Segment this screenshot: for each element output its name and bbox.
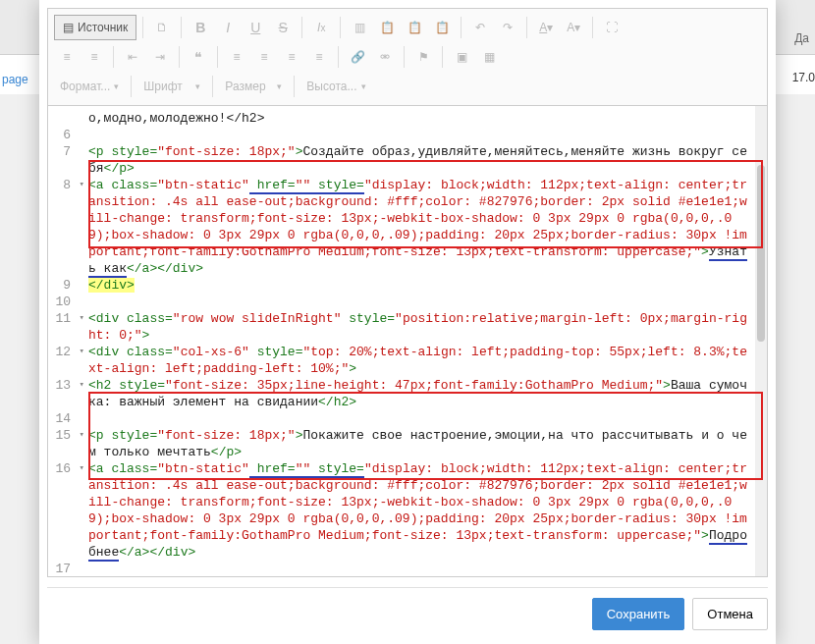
blockquote-icon[interactable]: ❝ — [186, 44, 211, 70]
code-line: 10 — [48, 294, 755, 310]
indent-icon[interactable]: ⇥ — [147, 44, 173, 70]
separator — [212, 76, 213, 97]
separator — [592, 17, 593, 38]
separator — [179, 46, 180, 68]
code-line: 8<a class="btn-static" href="" style="di… — [48, 177, 755, 277]
code-line: 13<h2 style="font-size: 35px;line-height… — [48, 377, 755, 410]
bullet-list-icon[interactable]: ≡ — [82, 44, 107, 70]
editor-modal: ▤ Источник 🗋 B I U S Ix ▥ 📋 📋 📋 ↶ ↷ — [39, 0, 776, 644]
toolbar-row-1: ▤ Источник 🗋 B I U S Ix ▥ 📋 📋 📋 ↶ ↷ — [54, 13, 761, 42]
copy-icon[interactable]: ▥ — [347, 15, 372, 40]
annotation-box — [88, 478, 763, 480]
paste-icon[interactable]: 📋 — [374, 15, 400, 40]
annotation-box — [88, 392, 763, 394]
toolbar-row-2: ≡ ≡ ⇤ ⇥ ❝ ≡ ≡ ≡ ≡ 🔗 ⚮ ⚑ ▣ ▦ — [54, 42, 761, 72]
separator — [526, 17, 527, 38]
code-line: 12<div class="col-xs-6" style="top: 20%;… — [48, 344, 755, 377]
modal-footer: Сохранить Отмена — [47, 587, 768, 630]
code-area[interactable]: о,модно,молодежно!</h2> 6 7<p style="fon… — [48, 110, 755, 572]
remove-format-icon[interactable]: Ix — [308, 15, 334, 40]
separator — [301, 17, 302, 38]
bg-color-icon[interactable]: A▾ — [561, 15, 586, 40]
outdent-icon[interactable]: ⇤ — [120, 44, 145, 70]
annotation-box — [761, 160, 763, 246]
text-color-icon[interactable]: A▾ — [533, 15, 559, 40]
strike-icon[interactable]: S — [270, 15, 296, 40]
toolbar: ▤ Источник 🗋 B I U S Ix ▥ 📋 📋 📋 ↶ ↷ — [47, 8, 768, 106]
code-line: о,модно,молодежно!</h2> — [48, 110, 755, 127]
annotation-box — [88, 160, 90, 246]
height-dropdown[interactable]: Высота... — [300, 74, 371, 99]
underline-icon[interactable]: U — [243, 15, 268, 40]
separator — [142, 17, 143, 38]
unlink-icon[interactable]: ⚮ — [372, 44, 398, 70]
code-line: 15<p style="font-size: 18px;">Покажите с… — [48, 427, 755, 460]
source-label: Источник — [78, 21, 128, 34]
align-right-icon[interactable]: ≡ — [279, 44, 304, 70]
code-line: 9</div> — [48, 277, 755, 294]
separator — [113, 46, 114, 68]
separator — [217, 46, 218, 68]
bold-icon[interactable]: B — [188, 15, 213, 40]
separator — [294, 76, 295, 97]
separator — [181, 17, 182, 38]
bg-date-value: 17.0 — [792, 71, 815, 84]
annotation-box — [761, 392, 763, 478]
toolbar-row-3: Формат... Шрифт Размер Высота... — [54, 72, 761, 101]
format-dropdown[interactable]: Формат... — [54, 74, 125, 99]
annotation-box — [88, 246, 763, 248]
paste-text-icon[interactable]: 📋 — [402, 15, 427, 40]
table-icon[interactable]: ▦ — [476, 44, 502, 70]
code-line: 14 — [48, 410, 755, 427]
code-line: 11<div class="row wow slideInRight" styl… — [48, 310, 755, 344]
code-editor[interactable]: о,модно,молодежно!</h2> 6 7<p style="fon… — [47, 106, 768, 577]
redo-icon[interactable]: ↷ — [495, 15, 520, 40]
code-line: 17 — [48, 561, 755, 572]
code-line: 6 — [48, 127, 755, 143]
bg-date-header: Да — [794, 31, 809, 45]
annotation-box — [88, 392, 90, 478]
separator — [340, 17, 341, 38]
code-line: 16<a class="btn-static" href="" style="d… — [48, 460, 755, 561]
align-center-icon[interactable]: ≡ — [251, 44, 277, 70]
undo-icon[interactable]: ↶ — [467, 15, 493, 40]
separator — [131, 76, 132, 97]
separator — [404, 46, 405, 68]
align-justify-icon[interactable]: ≡ — [306, 44, 332, 70]
separator — [338, 46, 339, 68]
maximize-icon[interactable]: ⛶ — [599, 15, 625, 40]
separator — [442, 46, 443, 68]
new-page-icon[interactable]: 🗋 — [149, 15, 175, 40]
font-dropdown[interactable]: Шрифт — [137, 74, 206, 99]
italic-icon[interactable]: I — [215, 15, 241, 40]
save-button[interactable]: Сохранить — [592, 598, 685, 630]
paste-word-icon[interactable]: 📋 — [429, 15, 455, 40]
cancel-button[interactable]: Отмена — [692, 598, 768, 630]
anchor-icon[interactable]: ⚑ — [410, 44, 436, 70]
bg-link[interactable]: page — [2, 73, 28, 86]
annotation-box — [88, 160, 763, 162]
numbered-list-icon[interactable]: ≡ — [54, 44, 80, 70]
page-background: page Да 17.0 ▤ Источник 🗋 B I U S Ix ▥ � — [0, 0, 815, 644]
align-left-icon[interactable]: ≡ — [224, 44, 249, 70]
link-icon[interactable]: 🔗 — [345, 44, 370, 70]
source-icon: ▤ — [63, 21, 74, 34]
image-icon[interactable]: ▣ — [449, 44, 474, 70]
source-button[interactable]: ▤ Источник — [54, 15, 136, 40]
size-dropdown[interactable]: Размер — [219, 74, 288, 99]
separator — [461, 17, 462, 38]
